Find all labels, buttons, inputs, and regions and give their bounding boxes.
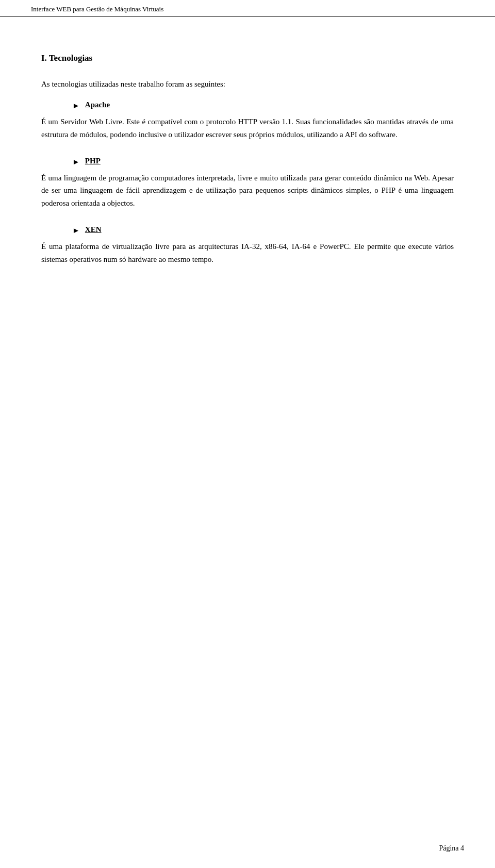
xen-description: É uma plataforma de virtualização livre …	[41, 240, 454, 266]
php-arrow-icon: ►	[72, 158, 80, 166]
page-number: Página 4	[439, 844, 464, 852]
apache-label: Apache	[85, 101, 110, 109]
page-header: Interface WEB para Gestão de Máquinas Vi…	[0, 0, 495, 17]
section-number: I.	[41, 53, 47, 63]
xen-header: ► XEN	[72, 225, 454, 235]
apache-section: ► Apache É um Servidor Web Livre. Este é…	[41, 101, 454, 141]
php-description: É uma linguagem de programação computado…	[41, 172, 454, 210]
xen-label: XEN	[85, 225, 102, 234]
header-title: Interface WEB para Gestão de Máquinas Vi…	[31, 5, 163, 13]
xen-section: ► XEN É uma plataforma de virtualização …	[41, 225, 454, 266]
apache-arrow-icon: ►	[72, 102, 80, 110]
main-content: I. Tecnologias As tecnologias utilizadas…	[0, 17, 495, 322]
intro-text: As tecnologias utilizadas neste trabalho…	[41, 78, 454, 90]
xen-arrow-icon: ►	[72, 226, 80, 235]
apache-header: ► Apache	[72, 101, 454, 110]
section-title: Tecnologias	[49, 53, 92, 63]
php-section: ► PHP É uma linguagem de programação com…	[41, 157, 454, 210]
php-header: ► PHP	[72, 157, 454, 166]
page-footer: Página 4	[439, 844, 464, 853]
section-heading: I. Tecnologias	[41, 53, 454, 63]
apache-description: É um Servidor Web Livre. Este é compatív…	[41, 115, 454, 141]
page-container: Interface WEB para Gestão de Máquinas Vi…	[0, 0, 495, 868]
php-label: PHP	[85, 157, 101, 165]
